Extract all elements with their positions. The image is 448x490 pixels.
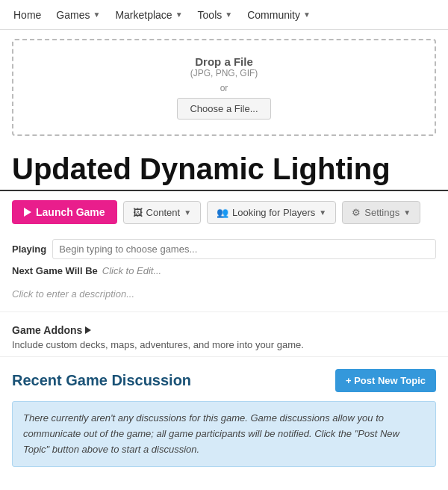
nav-tools-arrow: ▼ xyxy=(225,10,232,19)
gear-icon: ⚙ xyxy=(352,207,361,218)
nav-games-arrow: ▼ xyxy=(93,10,100,19)
settings-chevron-icon: ▼ xyxy=(403,208,411,217)
nav-tools[interactable]: Tools ▼ xyxy=(190,0,240,30)
description-field[interactable]: Click to enter a description... xyxy=(12,282,436,306)
launch-game-button[interactable]: Launch Game xyxy=(12,200,117,224)
content-icon: 🖼 xyxy=(133,207,143,218)
launch-game-label: Launch Game xyxy=(36,206,105,218)
navigation: Home Games ▼ Marketplace ▼ Tools ▼ Commu… xyxy=(0,0,448,30)
settings-label: Settings xyxy=(364,207,399,218)
playing-field-row: Playing xyxy=(12,239,436,259)
looking-chevron-icon: ▼ xyxy=(319,208,326,217)
game-addons-section: Game Addons Include custom decks, maps, … xyxy=(0,312,448,357)
content-chevron-icon: ▼ xyxy=(184,208,191,217)
nav-community[interactable]: Community ▼ xyxy=(240,0,318,30)
discussion-empty-message: There currently aren't any discussions f… xyxy=(12,401,436,467)
nav-community-label: Community xyxy=(247,9,300,21)
next-game-label: Next Game Will Be xyxy=(12,265,98,276)
addons-toggle[interactable]: Game Addons xyxy=(12,324,436,336)
nav-marketplace-label: Marketplace xyxy=(115,9,172,21)
page-title: Updated Dynamic Lighting xyxy=(0,145,448,191)
nav-games[interactable]: Games ▼ xyxy=(49,0,108,30)
nav-community-arrow: ▼ xyxy=(303,10,311,19)
form-section: Playing Next Game Will Be Click to Edit.… xyxy=(0,233,448,312)
addons-label: Game Addons xyxy=(12,324,82,336)
looking-for-players-button[interactable]: 👥 Looking for Players ▼ xyxy=(207,201,336,224)
content-button[interactable]: 🖼 Content ▼ xyxy=(123,201,201,224)
playing-input[interactable] xyxy=(52,239,436,259)
settings-button[interactable]: ⚙ Settings ▼ xyxy=(342,201,420,224)
choose-file-button[interactable]: Choose a File... xyxy=(177,98,270,120)
discussion-title: Recent Game Discussion xyxy=(12,372,191,389)
play-icon xyxy=(24,208,31,217)
upload-or: or xyxy=(28,83,420,93)
addons-expand-icon xyxy=(85,326,91,334)
nav-marketplace-arrow: ▼ xyxy=(175,10,183,19)
upload-subtitle: (JPG, PNG, GIF) xyxy=(28,68,420,78)
file-upload-zone[interactable]: Drop a File (JPG, PNG, GIF) or Choose a … xyxy=(12,39,436,136)
addons-description: Include custom decks, maps, adventures, … xyxy=(12,339,436,350)
nav-games-label: Games xyxy=(56,9,90,21)
next-game-row: Next Game Will Be Click to Edit... xyxy=(12,265,436,276)
nav-marketplace[interactable]: Marketplace ▼ xyxy=(108,0,190,30)
next-game-edit[interactable]: Click to Edit... xyxy=(102,265,161,276)
nav-tools-label: Tools xyxy=(198,9,223,21)
post-new-topic-button[interactable]: + Post New Topic xyxy=(335,369,436,392)
discussion-header: Recent Game Discussion + Post New Topic xyxy=(12,369,436,392)
action-bar: Launch Game 🖼 Content ▼ 👥 Looking for Pl… xyxy=(0,191,448,233)
nav-home[interactable]: Home xyxy=(6,0,49,30)
players-icon: 👥 xyxy=(217,207,228,218)
nav-home-label: Home xyxy=(13,9,41,21)
upload-title: Drop a File xyxy=(28,55,420,68)
discussion-section: Recent Game Discussion + Post New Topic … xyxy=(0,357,448,467)
playing-label: Playing xyxy=(12,244,46,255)
looking-label: Looking for Players xyxy=(232,207,315,218)
content-label: Content xyxy=(146,207,181,218)
